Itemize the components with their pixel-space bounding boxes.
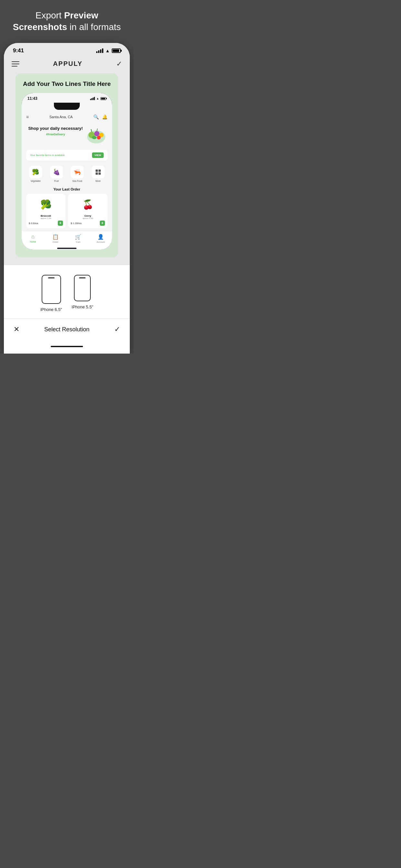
svg-rect-10 bbox=[96, 173, 98, 175]
checkmark-icon[interactable]: ✓ bbox=[116, 60, 122, 68]
inner-banner-text: Your favorite items is available bbox=[30, 154, 65, 157]
category-more[interactable]: More bbox=[89, 166, 108, 182]
close-button[interactable]: ✕ bbox=[13, 325, 19, 334]
wifi-icon: ▲ bbox=[105, 48, 110, 53]
cart-tab-label: Cart bbox=[76, 241, 80, 243]
inner-hero-hashtag: #FreeDelivery bbox=[26, 133, 85, 136]
seafood-icon: 🦐 bbox=[71, 166, 84, 179]
outer-background: Export Preview Screenshots in all format… bbox=[0, 0, 134, 353]
hamburger-icon[interactable] bbox=[11, 61, 19, 66]
inner-tab-bar: ⌂ Home 📋 Order 🛒 Cart bbox=[22, 231, 112, 247]
cherry-price-row: $ 1.39/ea + bbox=[71, 221, 105, 226]
signal-bars-icon bbox=[96, 49, 103, 53]
more-icon bbox=[92, 166, 104, 179]
inner-app-content: ≡ Santa Ana, CA 🔍 🔔 Shop your daily nece… bbox=[22, 112, 112, 250]
iphone-frame: 9:41 ▲ APPULY ✓ bbox=[4, 43, 130, 354]
cherry-add-btn[interactable]: + bbox=[100, 221, 105, 226]
category-fruit[interactable]: 🍇 Fruit bbox=[47, 166, 66, 182]
select-resolution-label: Select Resolution bbox=[44, 326, 89, 333]
broccoli-image: 🥦 bbox=[29, 196, 63, 213]
header-title: Export Preview Screenshots in all format… bbox=[6, 10, 127, 33]
order-card-broccoli: 🥦 Broccoli approx 1.2lb $ 0.8/ea + bbox=[26, 194, 66, 228]
device-frame-55 bbox=[74, 275, 91, 301]
device-option-55[interactable]: iPhone 5.5" bbox=[72, 275, 93, 312]
home-tab-icon: ⌂ bbox=[31, 234, 35, 240]
inner-app-topbar: ≡ Santa Ana, CA 🔍 🔔 bbox=[22, 112, 112, 122]
bottom-panel: iPhone 6.5" iPhone 5.5" ✕ Select Resolut… bbox=[4, 265, 130, 353]
bottom-home-pill bbox=[51, 346, 83, 347]
inner-time: 11:43 bbox=[27, 96, 37, 101]
order-tab-icon: 📋 bbox=[52, 234, 59, 240]
account-tab-label: Account bbox=[96, 241, 104, 243]
inner-notch bbox=[22, 103, 112, 112]
device-frame-65 bbox=[42, 275, 61, 304]
inner-location: Santa Ana, CA bbox=[50, 115, 73, 119]
seafood-label: Sea Food bbox=[72, 180, 82, 182]
inner-action-icons: 🔍 🔔 bbox=[93, 114, 107, 120]
order-card-cherry: 🍒 Cerry approx 0.4lb $ 1.39/ea + bbox=[68, 194, 107, 228]
tab-home[interactable]: ⌂ Home bbox=[22, 234, 44, 243]
device-option-65[interactable]: iPhone 6.5" bbox=[40, 275, 62, 312]
tab-cart[interactable]: 🛒 Cart bbox=[67, 234, 89, 243]
inner-search-icon: 🔍 bbox=[93, 114, 99, 120]
svg-rect-9 bbox=[98, 169, 101, 172]
inner-battery-icon bbox=[100, 97, 106, 100]
confirm-button[interactable]: ✓ bbox=[114, 325, 120, 334]
status-icons: ▲ bbox=[96, 48, 121, 53]
cart-tab-icon: 🛒 bbox=[75, 234, 81, 240]
inner-banner: Your favorite items is available VIEW bbox=[22, 149, 112, 164]
order-cards: 🥦 Broccoli approx 1.2lb $ 0.8/ea + bbox=[26, 194, 107, 228]
cherry-price: $ 1.39/ea bbox=[71, 222, 81, 225]
category-vegetable[interactable]: 🥦 Vegetable bbox=[26, 166, 45, 182]
app-title: APPULY bbox=[53, 60, 82, 67]
account-tab-icon: 👤 bbox=[97, 234, 104, 240]
svg-line-6 bbox=[91, 129, 92, 132]
tab-order[interactable]: 📋 Order bbox=[44, 234, 67, 243]
svg-point-2 bbox=[94, 131, 99, 136]
broccoli-name: Broccoli bbox=[29, 214, 63, 217]
broccoli-price: $ 0.8/ea bbox=[29, 222, 38, 225]
vegetable-icon: 🥦 bbox=[29, 166, 42, 179]
cherry-name: Cerry bbox=[71, 214, 105, 217]
phone-card-title: Add Your Two Lines Title Here bbox=[21, 80, 113, 88]
fruit-label: Fruit bbox=[54, 180, 59, 182]
inner-hero-text: Shop your daily necessary! #FreeDelivery bbox=[26, 126, 85, 136]
status-time: 9:41 bbox=[13, 48, 24, 54]
cherry-image: 🍒 bbox=[71, 196, 105, 213]
home-tab-label: Home bbox=[30, 241, 36, 243]
bottom-indicator bbox=[4, 343, 130, 353]
app-topbar: APPULY ✓ bbox=[4, 57, 130, 73]
inner-wifi-icon: ▲ bbox=[96, 97, 99, 100]
inner-home-indicator bbox=[22, 247, 112, 250]
cherry-weight: approx 0.4lb bbox=[71, 217, 105, 219]
more-label: More bbox=[96, 180, 101, 182]
inner-status-icons: ▲ bbox=[90, 97, 106, 100]
last-order-section: Your Last Order 🥦 Broccoli approx 1.2lb … bbox=[22, 185, 112, 231]
broccoli-weight: approx 1.2lb bbox=[29, 217, 63, 219]
inner-categories: 🥦 Vegetable 🍇 Fruit 🦐 Sea Food bbox=[22, 164, 112, 185]
inner-hero-image bbox=[85, 126, 107, 145]
inner-phone-mockup: 11:43 ▲ bbox=[22, 93, 112, 250]
inner-menu-icon: ≡ bbox=[26, 114, 29, 120]
inner-hero-section: Shop your daily necessary! #FreeDelivery bbox=[22, 122, 112, 149]
svg-rect-8 bbox=[96, 169, 98, 172]
battery-icon bbox=[112, 49, 121, 53]
broccoli-price-row: $ 0.8/ea + bbox=[29, 221, 63, 226]
last-order-title: Your Last Order bbox=[26, 187, 107, 191]
device-label-55: iPhone 5.5" bbox=[72, 305, 93, 309]
vegetable-label: Vegetable bbox=[31, 180, 41, 182]
phone-card: Add Your Two Lines Title Here 11:43 bbox=[16, 73, 118, 258]
category-seafood[interactable]: 🦐 Sea Food bbox=[68, 166, 87, 182]
svg-rect-11 bbox=[98, 173, 101, 175]
inner-banner-btn[interactable]: VIEW bbox=[92, 152, 104, 158]
inner-hero-title: Shop your daily necessary! bbox=[26, 126, 85, 131]
broccoli-add-btn[interactable]: + bbox=[58, 221, 63, 226]
home-indicator-pill bbox=[57, 248, 76, 249]
device-picker: iPhone 6.5" iPhone 5.5" bbox=[4, 272, 130, 318]
inner-signal-icon bbox=[90, 97, 95, 100]
tab-account[interactable]: 👤 Account bbox=[89, 234, 112, 243]
svg-point-4 bbox=[97, 135, 101, 140]
bottom-action-bar: ✕ Select Resolution ✓ bbox=[4, 319, 130, 343]
svg-point-5 bbox=[92, 136, 96, 139]
inner-banner-box: Your favorite items is available VIEW bbox=[26, 150, 107, 160]
